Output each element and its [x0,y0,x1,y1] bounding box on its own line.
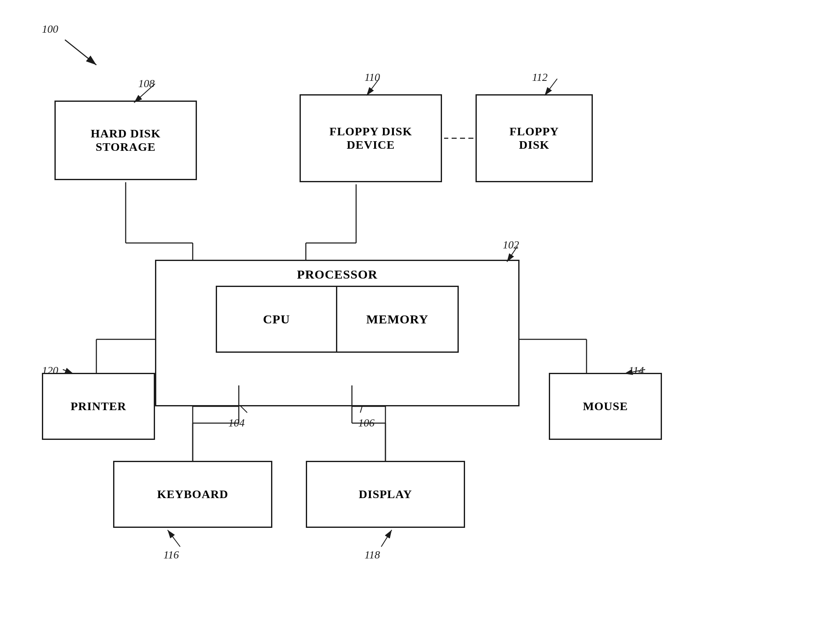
ref-112-label: 112 [532,71,548,84]
ref-106-label: 106 [358,417,375,429]
cpu-label: CPU [263,312,290,326]
processor-box: PROCESSOR CPU MEMORY [155,260,520,406]
ref-114-label: 114 [628,364,644,377]
ref-110-label: 110 [364,71,380,84]
hard-disk-box: HARD DISKSTORAGE [54,101,197,180]
processor-label: PROCESSOR [297,267,377,282]
floppy-disk-box: FLOPPYDISK [476,94,593,182]
hard-disk-label: HARD DISKSTORAGE [91,127,161,154]
floppy-disk-label: FLOPPYDISK [509,125,559,152]
floppy-device-box: FLOPPY DISKDEVICE [300,94,442,182]
ref-108-label: 108 [138,78,155,90]
keyboard-box: KEYBOARD [113,461,272,528]
svg-line-30 [381,530,392,547]
memory-label: MEMORY [366,312,428,326]
mouse-label: MOUSE [583,400,628,413]
diagram: 100 HARD DISKSTORAGE 108 FLOPPY DISKDEVI… [0,0,840,633]
svg-line-29 [168,530,180,547]
ref-116-label: 116 [163,549,179,561]
display-box: DISPLAY [306,461,465,528]
ref-120-label: 120 [42,364,58,377]
ref-104-label: 104 [228,417,245,429]
ref-102-label: 102 [503,239,519,251]
printer-label: PRINTER [70,400,126,413]
printer-box: PRINTER [42,373,155,440]
svg-line-2 [65,40,96,65]
keyboard-label: KEYBOARD [157,488,228,501]
display-label: DISPLAY [359,488,412,501]
floppy-device-label: FLOPPY DISKDEVICE [329,125,412,152]
cpu-box: CPU [216,286,337,353]
mouse-box: MOUSE [549,373,662,440]
ref-100-label: 100 [42,23,58,36]
ref-118-label: 118 [364,549,380,561]
memory-box: MEMORY [337,286,459,353]
